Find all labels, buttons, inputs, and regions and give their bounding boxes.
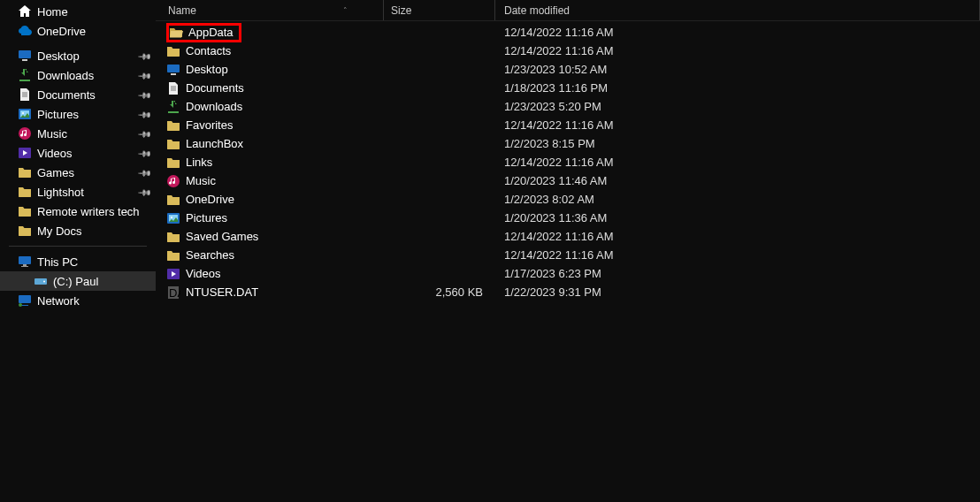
sidebar-item-desktop[interactable]: Desktop📌 xyxy=(0,46,156,65)
sidebar-divider xyxy=(9,246,147,247)
download-icon xyxy=(166,100,180,114)
file-row[interactable]: Downloads1/23/2023 5:20 PM xyxy=(156,97,980,116)
folder-icon xyxy=(166,44,180,58)
sidebar-item-label: Home xyxy=(37,5,68,19)
sidebar-item-onedrive[interactable]: OneDrive xyxy=(0,21,156,41)
column-header-name[interactable]: Name ˄ xyxy=(156,0,384,20)
file-name-cell: Desktop xyxy=(156,63,384,77)
sidebar-item-my-docs[interactable]: My Docs xyxy=(0,221,156,240)
folder-icon xyxy=(18,204,32,218)
pin-icon: 📌 xyxy=(138,185,152,199)
highlight-annotation: AppData xyxy=(166,23,241,42)
file-date-cell: 12/14/2022 11:16 AM xyxy=(495,230,980,243)
video-icon xyxy=(166,267,180,281)
file-date-cell: 1/17/2023 6:23 PM xyxy=(495,267,980,280)
video-icon xyxy=(18,146,32,160)
file-row[interactable]: Contacts12/14/2022 11:16 AM xyxy=(156,42,980,60)
file-name-cell: Searches xyxy=(156,248,384,262)
desktop-icon xyxy=(166,63,180,77)
file-row[interactable]: Desktop1/23/2023 10:52 AM xyxy=(156,60,980,79)
file-date-cell: 1/2/2023 8:15 PM xyxy=(495,137,980,150)
file-date-cell: 12/14/2022 11:16 AM xyxy=(495,156,980,169)
file-row[interactable]: AppData12/14/2022 11:16 AM xyxy=(156,23,980,42)
sidebar-item-network[interactable]: Network xyxy=(0,291,156,310)
desktop-icon xyxy=(18,49,32,63)
file-name-cell: Documents xyxy=(156,81,384,95)
file-date-cell: 1/18/2023 11:16 PM xyxy=(495,81,980,95)
sidebar-item-documents[interactable]: Documents📌 xyxy=(0,85,156,104)
pin-icon: 📌 xyxy=(138,87,152,102)
file-row[interactable]: Music1/20/2023 11:46 AM xyxy=(156,171,980,190)
file-row[interactable]: NTUSER.DAT2,560 KB1/22/2023 9:31 PM xyxy=(156,283,980,301)
file-name-label: Pictures xyxy=(186,211,227,224)
sidebar-item-downloads[interactable]: Downloads📌 xyxy=(0,65,156,85)
doc-icon xyxy=(18,87,32,102)
folder-icon xyxy=(166,156,180,170)
file-name-label: Searches xyxy=(186,248,234,262)
column-header-size[interactable]: Size xyxy=(384,0,495,20)
sidebar-item-label: Desktop xyxy=(37,49,80,63)
file-row[interactable]: Saved Games12/14/2022 11:16 AM xyxy=(156,227,980,246)
column-header-date[interactable]: Date modified xyxy=(495,0,980,20)
column-name-label: Name xyxy=(168,4,196,17)
sidebar-item-label: Music xyxy=(37,127,67,141)
file-row[interactable]: LaunchBox1/2/2023 8:15 PM xyxy=(156,134,980,153)
file-date-cell: 1/20/2023 11:46 AM xyxy=(495,174,980,187)
column-size-label: Size xyxy=(391,4,411,17)
file-date-cell: 1/23/2023 10:52 AM xyxy=(495,63,980,76)
network-icon xyxy=(18,293,32,308)
sidebar-item-games[interactable]: Games📌 xyxy=(0,163,156,182)
sidebar-item-label: OneDrive xyxy=(37,25,86,38)
monitor-icon xyxy=(18,255,32,269)
file-date-cell: 1/23/2023 5:20 PM xyxy=(495,100,980,113)
sidebar-item-label: Pictures xyxy=(37,108,79,121)
sidebar-item-label: Lightshot xyxy=(37,186,84,199)
file-name-label: OneDrive xyxy=(186,193,234,206)
pin-icon: 📌 xyxy=(138,49,152,63)
sidebar-item-this-pc[interactable]: This PC xyxy=(0,252,156,271)
sidebar-item-music[interactable]: Music📌 xyxy=(0,124,156,143)
drive-icon xyxy=(34,274,48,288)
sidebar-item-label: My Docs xyxy=(37,224,82,238)
folder-icon xyxy=(166,118,180,133)
folder-icon xyxy=(166,230,180,244)
sidebar-item-lightshot[interactable]: Lightshot📌 xyxy=(0,182,156,202)
file-row[interactable]: Documents1/18/2023 11:16 PM xyxy=(156,79,980,97)
file-size-cell: 2,560 KB xyxy=(384,285,495,299)
file-name-cell: Links xyxy=(156,156,384,170)
home-icon xyxy=(18,4,32,19)
file-row[interactable]: Favorites12/14/2022 11:16 AM xyxy=(156,116,980,134)
file-list[interactable]: AppData12/14/2022 11:16 AMContacts12/14/… xyxy=(156,21,980,502)
file-date-cell: 12/14/2022 11:16 AM xyxy=(495,44,980,57)
sidebar-item-remote-writers-tech[interactable]: Remote writers tech xyxy=(0,202,156,221)
file-name-cell: Downloads xyxy=(156,100,384,114)
sidebar-item-videos[interactable]: Videos📌 xyxy=(0,143,156,163)
file-row[interactable]: Videos1/17/2023 6:23 PM xyxy=(156,264,980,283)
file-row[interactable]: Pictures1/20/2023 11:36 AM xyxy=(156,209,980,227)
file-date-cell: 12/14/2022 11:16 AM xyxy=(495,118,980,132)
dat-icon xyxy=(166,285,180,300)
sidebar-item-label: Games xyxy=(37,166,74,179)
file-name-cell: LaunchBox xyxy=(156,137,384,151)
onedrive-icon xyxy=(18,24,32,38)
file-name-label: Documents xyxy=(186,81,244,95)
pin-icon: 📌 xyxy=(138,68,152,82)
file-name-cell: AppData xyxy=(156,23,384,42)
pin-icon: 📌 xyxy=(138,126,152,141)
sidebar-item--c-paul[interactable]: (C:) Paul xyxy=(0,271,156,291)
file-name-cell: Saved Games xyxy=(156,230,384,244)
file-row[interactable]: Searches12/14/2022 11:16 AM xyxy=(156,246,980,264)
sidebar-item-home[interactable]: Home xyxy=(0,2,156,21)
download-icon xyxy=(18,68,32,82)
sidebar-item-pictures[interactable]: Pictures📌 xyxy=(0,104,156,124)
main-pane: Name ˄ Size Date modified AppData12/14/2… xyxy=(156,0,980,502)
file-row[interactable]: OneDrive1/2/2023 8:02 AM xyxy=(156,190,980,209)
file-row[interactable]: Links12/14/2022 11:16 AM xyxy=(156,153,980,171)
file-name-label: AppData xyxy=(188,26,234,39)
sidebar-item-label: Network xyxy=(37,294,80,308)
pin-icon: 📌 xyxy=(138,146,152,160)
navigation-sidebar: HomeOneDrive Desktop📌Downloads📌Documents… xyxy=(0,0,156,502)
folder-icon xyxy=(166,248,180,262)
file-name-cell: OneDrive xyxy=(156,193,384,207)
file-date-cell: 12/14/2022 11:16 AM xyxy=(495,248,980,262)
